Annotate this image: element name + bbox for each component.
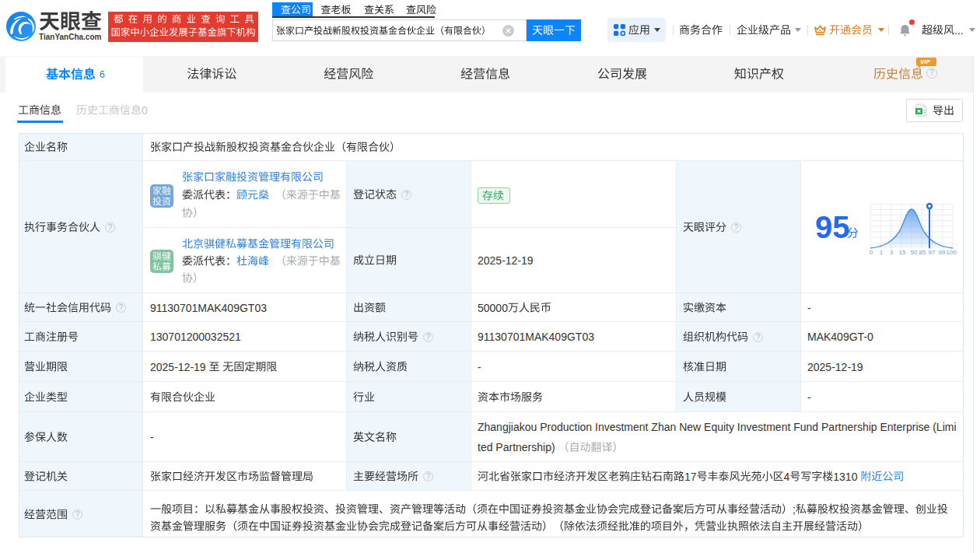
svg-text:100: 100: [946, 249, 957, 255]
svg-text:99: 99: [939, 249, 946, 255]
svg-text:3: 3: [890, 249, 894, 255]
svg-text:97: 97: [929, 249, 936, 255]
svg-text:15: 15: [899, 249, 906, 255]
svg-text:50: 50: [911, 249, 918, 255]
svg-text:0: 0: [870, 249, 873, 255]
svg-text:85: 85: [919, 249, 926, 255]
svg-text:1: 1: [880, 249, 884, 255]
